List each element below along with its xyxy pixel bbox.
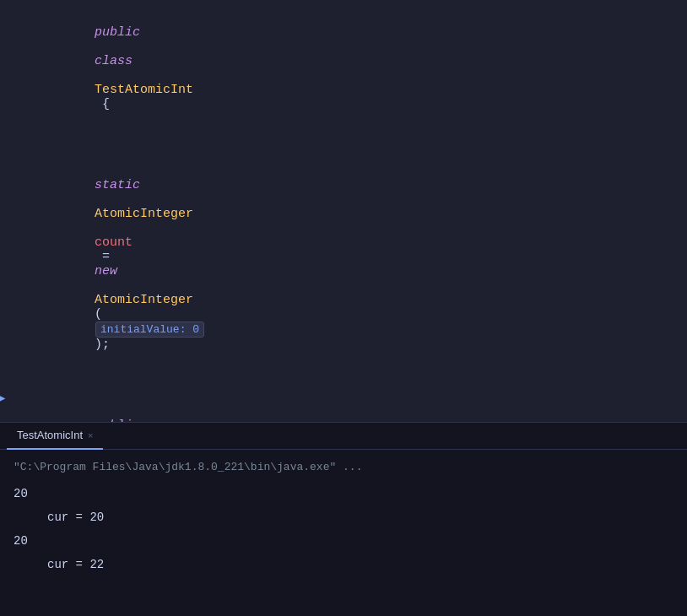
code-line-blank-1 bbox=[0, 127, 687, 149]
code-line-5: ▶ public static void main ( String [] ar… bbox=[0, 389, 687, 422]
type-atomicinteger-new: AtomicInteger bbox=[95, 293, 193, 307]
tab-close-button[interactable]: × bbox=[88, 430, 93, 440]
bottom-panel: TestAtomicInt × "C:\Program Files\Java\j… bbox=[0, 422, 687, 616]
output-line-4: cur = 22 bbox=[14, 553, 673, 576]
output-line-2: cur = 20 bbox=[14, 505, 673, 529]
code-editor[interactable]: public class TestAtomicInt { static Atom… bbox=[0, 0, 687, 422]
output-line-1: 20 bbox=[14, 482, 673, 505]
code-line-blank-2 bbox=[0, 367, 687, 389]
code-line-3: static AtomicInteger count = new AtomicI… bbox=[0, 149, 687, 367]
tab-testatomicint[interactable]: TestAtomicInt × bbox=[7, 423, 103, 450]
keyword-public2: public bbox=[95, 419, 140, 422]
var-count: count bbox=[95, 235, 133, 250]
param-hint-initialvalue: initialValue: 0 bbox=[95, 322, 204, 338]
code-line-1: public class TestAtomicInt { bbox=[0, 10, 687, 127]
keyword-public: public bbox=[95, 25, 140, 40]
console-output: "C:\Program Files\Java\jdk1.8.0_221\bin\… bbox=[0, 450, 687, 583]
output-value-20-second: 20 bbox=[14, 530, 28, 552]
class-name: TestAtomicInt bbox=[95, 83, 193, 97]
gutter-arrow: ▶ bbox=[0, 391, 5, 405]
output-cur-20: cur = 20 bbox=[14, 506, 104, 528]
panel-tabs-bar: TestAtomicInt × bbox=[0, 423, 687, 450]
type-atomicinteger: AtomicInteger bbox=[95, 207, 193, 221]
editor-container: public class TestAtomicInt { static Atom… bbox=[0, 0, 687, 616]
console-command: "C:\Program Files\Java\jdk1.8.0_221\bin\… bbox=[14, 457, 673, 478]
keyword-static: static bbox=[95, 178, 140, 192]
output-cur-22: cur = 22 bbox=[14, 554, 104, 575]
output-line-3: 20 bbox=[14, 529, 673, 553]
keyword-new: new bbox=[95, 264, 117, 278]
output-value-20-first: 20 bbox=[14, 483, 28, 505]
keyword-class: class bbox=[95, 54, 133, 68]
tab-label: TestAtomicInt bbox=[17, 429, 83, 441]
